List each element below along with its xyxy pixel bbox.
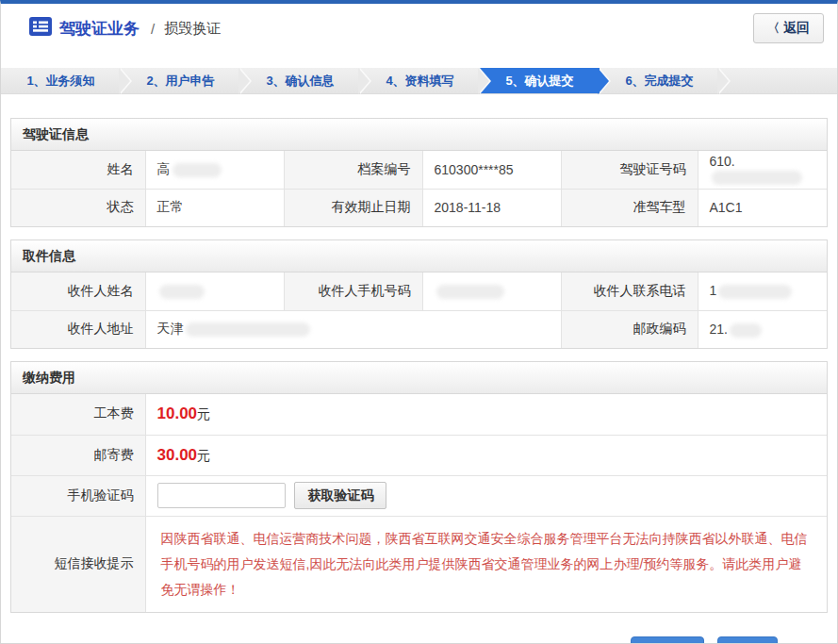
back-button-label: 返回	[783, 20, 810, 37]
license-card-icon	[29, 17, 52, 40]
table-row: 短信接收提示 因陕西省联通、电信运营商技术问题，陕西省互联网交通安全综合服务管理…	[11, 516, 827, 612]
field-value-recipient-address: 天津	[145, 310, 561, 348]
page-header: 驾驶证业务 / 损毁换证 〈 返回	[1, 4, 837, 53]
field-value-vehicle-type: A1C1	[698, 189, 827, 226]
redaction-blur	[718, 285, 792, 299]
previous-step-button[interactable]: 上一步	[631, 636, 704, 644]
field-value-expiry-date: 2018-11-18	[422, 189, 561, 226]
field-label: 邮寄费	[11, 435, 145, 475]
redaction-blur	[712, 171, 802, 185]
field-value-postal-code: 21.	[698, 310, 827, 348]
fees-table: 工本费 10.00元 邮寄费 30.00元 手机验证码 获取验证码 短信接收提	[11, 394, 827, 612]
pickup-info-title: 取件信息	[11, 240, 827, 272]
back-chevron-icon: 〈	[767, 20, 780, 37]
footer-actions: 上一步 完成	[1, 636, 837, 644]
license-info-table: 姓名 高 档案编号 610300****85 驾驶证号码 610. 状态 正常 …	[11, 151, 827, 226]
field-label: 短信接收提示	[11, 516, 145, 612]
table-row: 收件人地址 天津 邮政编码 21.	[11, 310, 827, 348]
complete-button[interactable]: 完成	[717, 636, 778, 644]
fee-unit: 元	[197, 448, 210, 463]
field-value-production-fee: 10.00元	[145, 394, 827, 435]
table-row: 姓名 高 档案编号 610300****85 驾驶证号码 610.	[11, 151, 827, 189]
field-label: 姓名	[11, 151, 145, 189]
get-code-button[interactable]: 获取验证码	[294, 482, 386, 509]
license-info-panel: 驾驶证信息 姓名 高 档案编号 610300****85 驾驶证号码 610. …	[10, 118, 828, 227]
pickup-info-panel: 取件信息 收件人姓名 收件人手机号码 收件人联系电话 1 收件人地址 天津 邮政…	[10, 239, 828, 349]
step-3-confirm-info[interactable]: 3、确认信息	[240, 68, 360, 93]
pickup-info-table: 收件人姓名 收件人手机号码 收件人联系电话 1 收件人地址 天津 邮政编码 21…	[11, 272, 827, 348]
table-row: 邮寄费 30.00元	[11, 435, 827, 475]
fee-amount: 10.00	[157, 405, 198, 422]
breadcrumb: 驾驶证业务 / 损毁换证	[29, 17, 221, 40]
field-label: 工本费	[11, 394, 145, 435]
field-value-recipient-name	[145, 272, 284, 310]
back-button[interactable]: 〈 返回	[753, 13, 824, 43]
page-subtitle: 损毁换证	[164, 20, 221, 38]
redaction-blur	[436, 285, 504, 299]
field-value-name: 高	[145, 151, 284, 189]
page: 驾驶证业务 / 损毁换证 〈 返回 1、业务须知 2、用户申告 3、确认信息 4…	[0, 0, 838, 644]
step-5-confirm-submit[interactable]: 5、确认提交	[480, 68, 600, 93]
fees-title: 缴纳费用	[11, 362, 827, 394]
redaction-blur	[159, 285, 205, 299]
step-progress-bar: 1、业务须知 2、用户申告 3、确认信息 4、资料填写 5、确认提交 6、完成提…	[1, 68, 837, 94]
field-value-license-number: 610.	[698, 151, 827, 189]
step-4-fill-data[interactable]: 4、资料填写	[360, 68, 480, 93]
redaction-blur	[186, 322, 310, 337]
field-value-recipient-phone: 1	[698, 272, 827, 310]
step-2-user-declaration[interactable]: 2、用户申告	[121, 68, 240, 93]
breadcrumb-separator: /	[151, 21, 155, 37]
sms-code-cell: 获取验证码	[145, 475, 827, 516]
field-label: 准驾车型	[561, 189, 698, 226]
sms-code-input[interactable]	[157, 483, 286, 508]
step-1-business-notice[interactable]: 1、业务须知	[1, 68, 121, 93]
fees-panel: 缴纳费用 工本费 10.00元 邮寄费 30.00元 手机验证码 获取验证码	[10, 361, 828, 613]
redaction-blur	[730, 323, 762, 338]
fee-unit: 元	[197, 406, 210, 421]
field-label: 状态	[11, 189, 145, 226]
field-label: 手机验证码	[11, 475, 145, 516]
field-label: 邮政编码	[561, 310, 698, 348]
table-row: 手机验证码 获取验证码	[11, 475, 827, 516]
step-6-complete-submit[interactable]: 6、完成提交	[600, 68, 719, 93]
field-value-mailing-fee: 30.00元	[145, 435, 827, 475]
table-row: 状态 正常 有效期止日期 2018-11-18 准驾车型 A1C1	[11, 189, 827, 226]
field-label: 有效期止日期	[284, 189, 422, 226]
license-info-title: 驾驶证信息	[11, 119, 827, 151]
field-label: 收件人手机号码	[284, 272, 422, 310]
field-value-recipient-mobile	[422, 272, 561, 310]
field-label: 收件人联系电话	[561, 272, 698, 310]
page-title: 驾驶证业务	[59, 18, 140, 40]
sms-notice-cell: 因陕西省联通、电信运营商技术问题，陕西省互联网交通安全综合服务管理平台无法向持陕…	[145, 516, 827, 612]
field-label: 档案编号	[284, 151, 422, 189]
sms-notice-text: 因陕西省联通、电信运营商技术问题，陕西省互联网交通安全综合服务管理平台无法向持陕…	[161, 526, 813, 603]
step-bar-filler	[719, 68, 837, 93]
fee-amount: 30.00	[157, 446, 198, 464]
field-label: 收件人姓名	[11, 272, 145, 310]
field-value-status: 正常	[145, 189, 284, 226]
table-row: 工本费 10.00元	[11, 394, 827, 435]
field-label: 驾驶证号码	[561, 151, 698, 189]
table-row: 收件人姓名 收件人手机号码 收件人联系电话 1	[11, 272, 827, 310]
field-label: 收件人地址	[11, 310, 145, 348]
redaction-blur	[173, 163, 222, 177]
field-value-file-number: 610300****85	[422, 151, 561, 189]
